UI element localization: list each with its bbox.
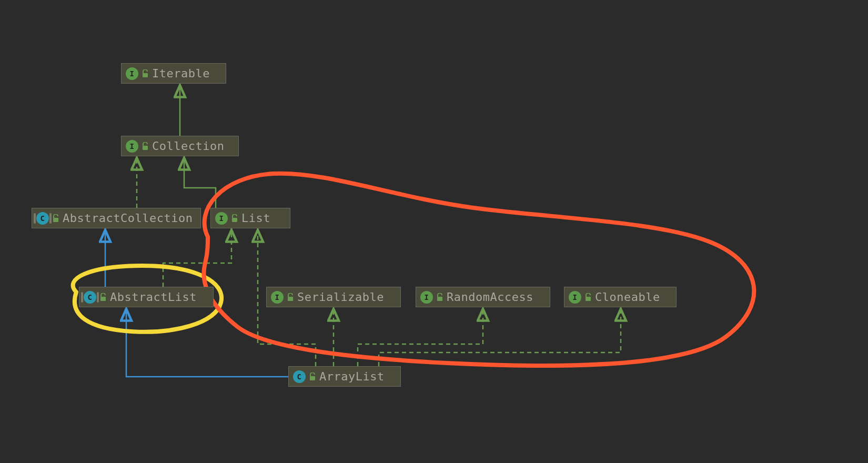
- edge-abslist-list: [163, 230, 231, 287]
- interface-icon: I: [569, 291, 581, 304]
- lock-icon: [142, 69, 149, 78]
- lock-icon: [52, 214, 59, 223]
- interface-icon: I: [126, 140, 138, 153]
- node-list[interactable]: I List: [210, 208, 290, 228]
- svg-rect-2: [53, 218, 58, 222]
- lock-icon: [436, 293, 443, 301]
- interface-icon: I: [271, 291, 284, 304]
- node-abstractlist[interactable]: C AbstractList: [79, 287, 214, 307]
- diagram-canvas: I Iterable I Collection C AbstractCollec…: [0, 0, 868, 463]
- lock-icon: [231, 214, 238, 223]
- node-randomaccess[interactable]: I RandomAccess: [416, 287, 550, 307]
- interface-icon: I: [215, 212, 228, 225]
- node-label: AbstractCollection: [63, 212, 193, 225]
- interface-icon: I: [420, 291, 433, 304]
- node-label: Collection: [152, 139, 224, 153]
- svg-rect-5: [288, 297, 293, 301]
- node-label: Iterable: [152, 67, 210, 80]
- node-abstractcollection[interactable]: C AbstractCollection: [32, 208, 201, 228]
- node-arraylist[interactable]: C ArrayList: [288, 366, 401, 387]
- node-cloneable[interactable]: I Cloneable: [564, 287, 677, 307]
- node-label: AbstractList: [110, 290, 197, 304]
- svg-rect-8: [310, 376, 315, 380]
- edge-arraylist-random: [358, 309, 483, 366]
- class-icon: C: [293, 370, 306, 383]
- node-label: Cloneable: [595, 290, 660, 304]
- edge-list-collection: [184, 158, 216, 208]
- node-collection[interactable]: I Collection: [121, 136, 239, 156]
- svg-rect-6: [437, 297, 442, 301]
- node-serializable[interactable]: I Serializable: [266, 287, 401, 307]
- node-label: Serializable: [297, 290, 384, 304]
- lock-icon: [309, 373, 316, 381]
- lock-icon: [584, 293, 592, 301]
- svg-rect-4: [100, 297, 106, 301]
- node-label: List: [241, 212, 270, 225]
- edge-arraylist-abslist: [126, 309, 299, 377]
- svg-rect-1: [143, 146, 148, 150]
- annotation-red-blob: [204, 174, 754, 366]
- edge-arraylist-clone: [379, 309, 621, 366]
- svg-rect-3: [232, 218, 237, 222]
- abstract-class-icon: C: [36, 212, 49, 225]
- interface-icon: I: [126, 67, 138, 80]
- lock-icon: [287, 293, 294, 301]
- lock-icon: [142, 142, 149, 150]
- svg-rect-7: [586, 297, 591, 301]
- node-iterable[interactable]: I Iterable: [121, 63, 226, 84]
- node-label: ArrayList: [319, 370, 385, 383]
- abstract-class-icon: C: [84, 291, 96, 304]
- svg-rect-0: [143, 73, 148, 77]
- lock-icon: [99, 293, 107, 301]
- node-label: RandomAccess: [447, 290, 533, 304]
